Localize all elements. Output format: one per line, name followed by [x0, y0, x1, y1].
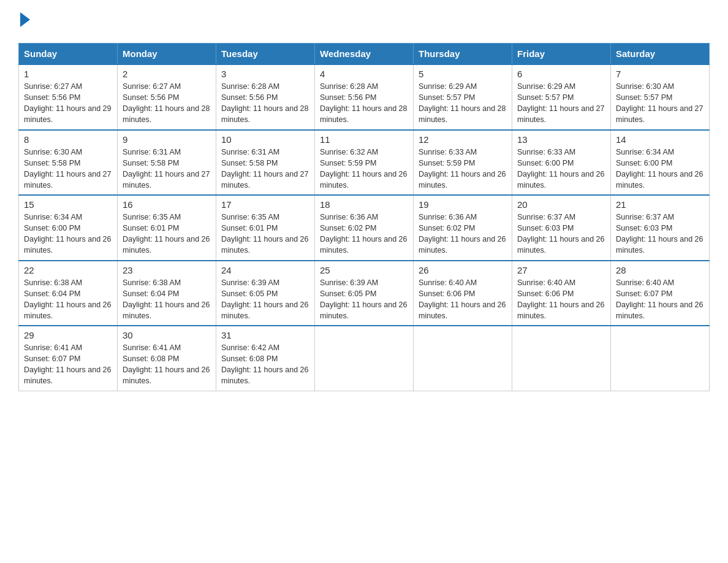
day-header-saturday: Saturday — [611, 44, 710, 65]
calendar-cell: 19 Sunrise: 6:36 AM Sunset: 6:02 PM Dayl… — [414, 195, 512, 261]
day-info: Sunrise: 6:30 AM Sunset: 5:57 PM Dayligh… — [616, 81, 704, 126]
day-info: Sunrise: 6:34 AM Sunset: 6:00 PM Dayligh… — [24, 212, 112, 256]
sunrise-label: Sunrise: 6:34 AM — [24, 213, 82, 221]
daylight-label: Daylight: 11 hours and 28 minutes. — [320, 104, 407, 124]
day-header-tuesday: Tuesday — [216, 44, 315, 65]
daylight-label: Daylight: 11 hours and 26 minutes. — [123, 366, 210, 385]
sunrise-label: Sunrise: 6:30 AM — [616, 82, 674, 91]
day-header-friday: Friday — [512, 44, 611, 65]
sunrise-label: Sunrise: 6:32 AM — [320, 148, 378, 156]
daylight-label: Daylight: 11 hours and 26 minutes. — [517, 235, 604, 255]
day-number: 5 — [419, 69, 507, 79]
day-number: 11 — [320, 134, 408, 145]
daylight-label: Daylight: 11 hours and 26 minutes. — [320, 235, 407, 255]
daylight-label: Daylight: 11 hours and 26 minutes. — [221, 366, 308, 385]
day-info: Sunrise: 6:36 AM Sunset: 6:02 PM Dayligh… — [419, 212, 507, 256]
sunrise-label: Sunrise: 6:39 AM — [221, 278, 279, 287]
calendar-cell — [611, 326, 710, 391]
sunrise-label: Sunrise: 6:35 AM — [221, 213, 279, 221]
sunset-label: Sunset: 5:58 PM — [24, 159, 80, 167]
page-header — [18, 12, 710, 31]
daylight-label: Daylight: 11 hours and 26 minutes. — [123, 301, 210, 320]
daylight-label: Daylight: 11 hours and 29 minutes. — [24, 104, 111, 124]
sunrise-label: Sunrise: 6:27 AM — [24, 82, 82, 91]
day-header-monday: Monday — [118, 44, 216, 65]
sunset-label: Sunset: 6:06 PM — [517, 289, 574, 298]
calendar-cell: 31 Sunrise: 6:42 AM Sunset: 6:08 PM Dayl… — [216, 326, 315, 391]
day-info: Sunrise: 6:35 AM Sunset: 6:01 PM Dayligh… — [221, 212, 309, 256]
daylight-label: Daylight: 11 hours and 26 minutes. — [616, 235, 703, 255]
calendar-cell: 14 Sunrise: 6:34 AM Sunset: 6:00 PM Dayl… — [611, 130, 710, 196]
day-info: Sunrise: 6:31 AM Sunset: 5:58 PM Dayligh… — [123, 147, 211, 191]
sunset-label: Sunset: 6:00 PM — [517, 159, 574, 167]
sunset-label: Sunset: 6:07 PM — [616, 289, 672, 298]
calendar-cell: 21 Sunrise: 6:37 AM Sunset: 6:03 PM Dayl… — [611, 195, 710, 261]
sunset-label: Sunset: 6:08 PM — [221, 354, 278, 363]
day-info: Sunrise: 6:42 AM Sunset: 6:08 PM Dayligh… — [221, 342, 309, 387]
daylight-label: Daylight: 11 hours and 26 minutes. — [517, 170, 604, 190]
calendar-cell: 28 Sunrise: 6:40 AM Sunset: 6:07 PM Dayl… — [611, 261, 710, 326]
calendar-cell: 13 Sunrise: 6:33 AM Sunset: 6:00 PM Dayl… — [512, 130, 611, 196]
day-number: 10 — [221, 134, 309, 145]
sunset-label: Sunset: 6:03 PM — [616, 224, 672, 232]
daylight-label: Daylight: 11 hours and 27 minutes. — [123, 170, 210, 190]
daylight-label: Daylight: 11 hours and 27 minutes. — [616, 104, 703, 124]
day-number: 15 — [24, 199, 112, 210]
day-number: 30 — [123, 330, 211, 340]
day-info: Sunrise: 6:38 AM Sunset: 6:04 PM Dayligh… — [24, 277, 112, 322]
daylight-label: Daylight: 11 hours and 26 minutes. — [24, 301, 111, 320]
sunrise-label: Sunrise: 6:41 AM — [123, 343, 181, 352]
day-number: 28 — [616, 265, 704, 275]
day-number: 7 — [616, 69, 704, 79]
calendar-cell: 20 Sunrise: 6:37 AM Sunset: 6:03 PM Dayl… — [512, 195, 611, 261]
logo-arrow-icon — [20, 12, 30, 27]
calendar-cell: 18 Sunrise: 6:36 AM Sunset: 6:02 PM Dayl… — [315, 195, 414, 261]
sunset-label: Sunset: 6:06 PM — [419, 289, 475, 298]
day-number: 4 — [320, 69, 408, 79]
sunrise-label: Sunrise: 6:37 AM — [616, 213, 674, 221]
sunset-label: Sunset: 5:59 PM — [419, 159, 475, 167]
sunset-label: Sunset: 6:01 PM — [221, 224, 278, 232]
day-number: 20 — [517, 199, 605, 210]
sunrise-label: Sunrise: 6:34 AM — [616, 148, 674, 156]
calendar-cell: 27 Sunrise: 6:40 AM Sunset: 6:06 PM Dayl… — [512, 261, 611, 326]
day-info: Sunrise: 6:39 AM Sunset: 6:05 PM Dayligh… — [221, 277, 309, 322]
day-number: 13 — [517, 134, 605, 145]
sunset-label: Sunset: 5:56 PM — [123, 93, 179, 102]
calendar-table: SundayMondayTuesdayWednesdayThursdayFrid… — [18, 43, 710, 391]
calendar-cell — [315, 326, 414, 391]
sunset-label: Sunset: 6:05 PM — [320, 289, 376, 298]
calendar-week-row: 1 Sunrise: 6:27 AM Sunset: 5:56 PM Dayli… — [19, 64, 710, 130]
sunset-label: Sunset: 5:56 PM — [320, 93, 376, 102]
sunrise-label: Sunrise: 6:41 AM — [24, 343, 82, 352]
sunrise-label: Sunrise: 6:40 AM — [517, 278, 575, 287]
sunrise-label: Sunrise: 6:30 AM — [24, 148, 82, 156]
calendar-cell: 1 Sunrise: 6:27 AM Sunset: 5:56 PM Dayli… — [19, 64, 118, 130]
daylight-label: Daylight: 11 hours and 26 minutes. — [419, 301, 506, 320]
day-info: Sunrise: 6:37 AM Sunset: 6:03 PM Dayligh… — [616, 212, 704, 256]
calendar-cell: 9 Sunrise: 6:31 AM Sunset: 5:58 PM Dayli… — [118, 130, 216, 196]
day-info: Sunrise: 6:36 AM Sunset: 6:02 PM Dayligh… — [320, 212, 408, 256]
day-number: 19 — [419, 199, 507, 210]
sunset-label: Sunset: 6:02 PM — [419, 224, 475, 232]
sunset-label: Sunset: 5:57 PM — [616, 93, 672, 102]
day-info: Sunrise: 6:40 AM Sunset: 6:06 PM Dayligh… — [419, 277, 507, 322]
day-info: Sunrise: 6:29 AM Sunset: 5:57 PM Dayligh… — [419, 81, 507, 126]
sunset-label: Sunset: 6:05 PM — [221, 289, 278, 298]
calendar-cell — [414, 326, 512, 391]
day-number: 18 — [320, 199, 408, 210]
daylight-label: Daylight: 11 hours and 26 minutes. — [419, 235, 506, 255]
day-number: 6 — [517, 69, 605, 79]
sunrise-label: Sunrise: 6:42 AM — [221, 343, 279, 352]
sunrise-label: Sunrise: 6:27 AM — [123, 82, 181, 91]
daylight-label: Daylight: 11 hours and 26 minutes. — [24, 366, 111, 385]
sunset-label: Sunset: 6:00 PM — [616, 159, 672, 167]
calendar-cell: 5 Sunrise: 6:29 AM Sunset: 5:57 PM Dayli… — [414, 64, 512, 130]
calendar-cell: 15 Sunrise: 6:34 AM Sunset: 6:00 PM Dayl… — [19, 195, 118, 261]
day-info: Sunrise: 6:38 AM Sunset: 6:04 PM Dayligh… — [123, 277, 211, 322]
daylight-label: Daylight: 11 hours and 28 minutes. — [419, 104, 506, 124]
day-info: Sunrise: 6:27 AM Sunset: 5:56 PM Dayligh… — [24, 81, 112, 126]
day-number: 21 — [616, 199, 704, 210]
day-header-thursday: Thursday — [414, 44, 512, 65]
daylight-label: Daylight: 11 hours and 26 minutes. — [320, 170, 407, 190]
